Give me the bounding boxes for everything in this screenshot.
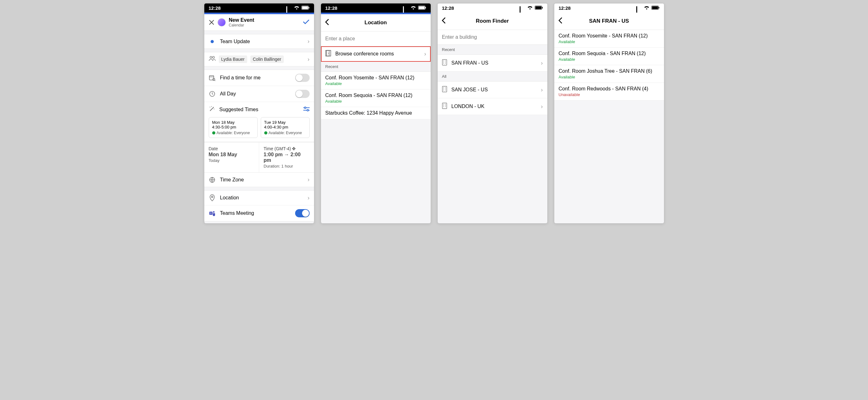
teams-meeting-row[interactable]: T Teams Meeting (204, 205, 314, 221)
date-value: Mon 18 May (209, 152, 255, 158)
suggestion-availability: Available: Everyone (264, 131, 306, 135)
timezone-row[interactable]: Time Zone › (204, 173, 314, 187)
room-name: Conf. Room Sequoia - SAN FRAN (12) (559, 51, 659, 56)
svg-point-17 (213, 211, 214, 213)
suggestion-date: Mon 18 May (212, 120, 254, 125)
location-teams-section: Location › T Teams Meeting (204, 190, 314, 222)
confirm-icon[interactable] (303, 19, 310, 26)
suggestion-time: 4:00-4:30 pm (264, 125, 306, 129)
room-list-item[interactable]: Conf. Room Yosemite - SAN FRAN (12) Avai… (554, 30, 664, 47)
time-options-section: Find a time for me All Day Suggested Tim… (204, 70, 314, 142)
svg-point-10 (214, 109, 214, 109)
attendees-row[interactable]: Lydia Bauer Colin Ballinger › (204, 52, 314, 66)
browse-conference-rooms-row[interactable]: Browse conference rooms › (321, 46, 431, 62)
svg-rect-26 (542, 7, 542, 8)
filter-icon[interactable] (303, 106, 310, 113)
screen-title: Location (325, 20, 427, 26)
teams-meeting-toggle[interactable] (295, 209, 310, 217)
date-cell[interactable]: Date Mon 18 May Today (204, 142, 259, 172)
available-dot-icon (212, 131, 215, 134)
cellular-signal-icon (520, 6, 525, 10)
suggestion-time: 4:30-5:00 pm (212, 125, 254, 129)
status-time: 12:28 (559, 5, 571, 11)
place-search-input[interactable] (321, 32, 431, 46)
location-row[interactable]: Location › (204, 191, 314, 205)
chevron-right-icon: › (308, 38, 310, 45)
wand-icon (209, 106, 215, 113)
browse-label: Browse conference rooms (336, 51, 420, 57)
event-title-row[interactable]: Team Update › (204, 34, 314, 48)
building-list-item[interactable]: SAN JOSE - US › (438, 81, 547, 98)
header-subtitle: Calendar (229, 23, 300, 27)
available-dot-icon (264, 131, 267, 134)
svg-rect-20 (425, 7, 426, 8)
room-list-item[interactable]: Conf. Room Redwoods - SAN FRAN (4) Unava… (554, 83, 664, 100)
chevron-right-icon: › (424, 51, 426, 57)
attendee-chip[interactable]: Colin Ballinger (250, 56, 284, 63)
all-header: All (438, 71, 547, 81)
date-sub: Today (209, 158, 255, 163)
screen-new-event: 12:28 New Event Calendar Team Update › (204, 3, 314, 224)
all-day-toggle[interactable] (295, 90, 310, 98)
svg-point-9 (211, 106, 212, 107)
time-suggestion-card[interactable]: Tue 19 May 4:00-4:30 pm Available: Every… (261, 117, 310, 138)
find-time-label: Find a time for me (220, 75, 291, 80)
calendar-search-icon (209, 75, 216, 81)
room-list-item[interactable]: Conf. Room Sequoia - SAN FRAN (12) Avail… (321, 90, 431, 107)
time-cell[interactable]: Time (GMT-4) ✥ 1:00 pm → 2:00 pm Duratio… (259, 142, 314, 172)
svg-point-23 (328, 53, 329, 54)
screen-title: Room Finder (441, 18, 544, 24)
building-list-item[interactable]: LONDON - UK › (438, 98, 547, 115)
place-list-item[interactable]: Starbucks Coffee: 1234 Happy Avenue (321, 107, 431, 120)
status-bar: 12:28 (321, 3, 431, 12)
chevron-right-icon: › (541, 87, 543, 93)
find-time-toggle[interactable] (295, 74, 310, 82)
place-name: Starbucks Coffee: 1234 Happy Avenue (326, 110, 426, 116)
close-icon[interactable] (209, 20, 214, 25)
room-name: Conf. Room Yosemite - SAN FRAN (12) (326, 75, 426, 80)
screen-title: SAN FRAN - US (558, 18, 660, 24)
status-indicators (403, 5, 426, 11)
event-title-value: Team Update (220, 39, 303, 44)
svg-rect-5 (209, 76, 214, 80)
teams-meeting-label: Teams Meeting (220, 210, 291, 216)
header-title: New Event (229, 17, 300, 23)
room-list-item[interactable]: Conf. Room Yosemite - SAN FRAN (12) Avai… (321, 72, 431, 90)
location-label: Location (220, 195, 303, 201)
battery-icon (535, 5, 543, 11)
wifi-icon (644, 5, 650, 11)
wifi-icon (527, 5, 533, 11)
room-status: Available (559, 57, 659, 62)
timezone-label: Time Zone (220, 177, 303, 183)
door-icon (326, 50, 331, 58)
chevron-right-icon: › (308, 176, 310, 183)
timezone-section: Time Zone › (204, 173, 314, 187)
room-list-item[interactable]: Conf. Room Sequoia - SAN FRAN (12) Avail… (554, 47, 664, 65)
suggestion-date: Tue 19 May (264, 120, 306, 125)
attendee-chip[interactable]: Lydia Bauer (219, 56, 247, 63)
dot-icon (209, 40, 216, 43)
building-name: SAN JOSE - US (452, 87, 537, 93)
building-search-input[interactable] (438, 30, 547, 45)
room-status: Available (559, 39, 659, 44)
find-time-row[interactable]: Find a time for me (204, 70, 314, 86)
time-suggestion-card[interactable]: Mon 18 May 4:30-5:00 pm Available: Every… (209, 117, 257, 138)
building-list-item[interactable]: SAN FRAN - US › (438, 55, 547, 71)
globe-icon: ✥ (292, 146, 296, 151)
building-header: SAN FRAN - US (554, 12, 664, 30)
room-name: Conf. Room Sequoia - SAN FRAN (12) (326, 93, 426, 98)
clock-icon (209, 91, 216, 97)
chevron-right-icon: › (308, 56, 310, 63)
duration-value: Duration: 1 hour (264, 164, 310, 168)
all-day-row[interactable]: All Day (204, 86, 314, 102)
date-time-row[interactable]: Date Mon 18 May Today Time (GMT-4) ✥ 1:0… (204, 142, 314, 173)
room-list-item[interactable]: Conf. Room Joshua Tree - SAN FRAN (6) Av… (554, 65, 664, 83)
svg-rect-25 (535, 6, 541, 9)
recent-header: Recent (321, 62, 431, 72)
svg-rect-31 (652, 6, 658, 9)
status-bar: 12:28 (554, 3, 664, 12)
suggested-times-header: Suggested Times (204, 102, 314, 117)
calendar-avatar (218, 18, 226, 27)
svg-text:T: T (210, 212, 212, 215)
svg-point-3 (210, 56, 212, 58)
